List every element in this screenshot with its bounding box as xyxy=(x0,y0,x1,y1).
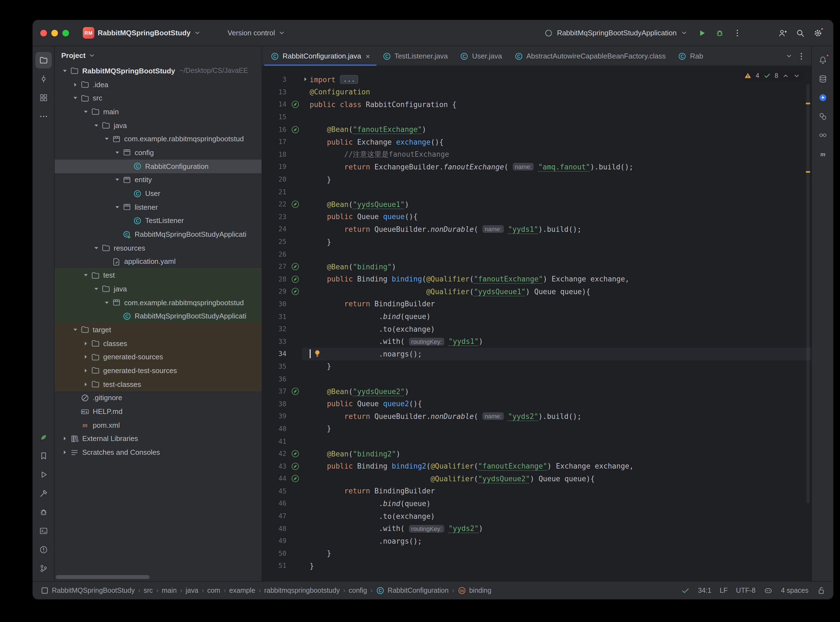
code-line-17[interactable]: 17 public Exchange exchange(){ xyxy=(262,136,811,148)
tab-user-java[interactable]: CUser.java xyxy=(454,46,508,66)
code-line-43[interactable]: 43 public Binding binding2(@Qualifier("f… xyxy=(262,460,811,473)
tree-item-gitignore[interactable]: .gitignore xyxy=(55,391,262,404)
add-user-button[interactable] xyxy=(775,25,790,41)
vcs-widget[interactable]: Version control xyxy=(224,27,290,39)
breadcrumb-config[interactable]: config xyxy=(349,587,367,595)
code-line-28[interactable]: 28 public Binding binding(@Qualifier("fa… xyxy=(262,273,811,285)
tool-ai-assistant[interactable] xyxy=(814,89,831,106)
tree-open-chevron-icon[interactable] xyxy=(91,244,101,252)
tree-closed-chevron-icon[interactable] xyxy=(81,354,90,361)
fold-region-icon[interactable] xyxy=(302,76,309,84)
project-widget[interactable]: RM RabbitMQSpringBootStudy xyxy=(79,25,205,40)
tree-item-src[interactable]: src xyxy=(55,91,262,105)
tree-item-pom-xml[interactable]: mpom.xml xyxy=(55,418,262,432)
close-window-button[interactable] xyxy=(40,29,47,36)
code-line-19[interactable]: 19 return ExchangeBuilder.fanoutExchange… xyxy=(262,161,811,173)
tool-bookmarks[interactable] xyxy=(35,448,52,464)
autowired-gutter-icon[interactable] xyxy=(291,462,300,471)
zoom-window-button[interactable] xyxy=(63,29,69,36)
breadcrumb-main[interactable]: main xyxy=(162,587,177,595)
tree-item-rabbitmqspringbootstudy[interactable]: RabbitMQSpringBootStudy~/Desktop/CS/Java… xyxy=(55,64,262,78)
project-panel-scrollbar[interactable] xyxy=(56,575,149,579)
spring-bean-gutter-icon[interactable] xyxy=(291,200,300,209)
tree-open-chevron-icon[interactable] xyxy=(71,95,80,102)
breadcrumb-rabbitmqspringbootstudy[interactable]: rabbitmqspringbootstudy xyxy=(264,587,340,595)
tool-debug-tool[interactable] xyxy=(35,504,52,520)
tree-item-resources[interactable]: resources xyxy=(55,241,262,255)
tool-structure[interactable] xyxy=(35,89,52,106)
tree-closed-chevron-icon[interactable] xyxy=(81,381,90,388)
tree-open-chevron-icon[interactable] xyxy=(81,108,90,115)
tree-open-chevron-icon[interactable] xyxy=(102,136,111,143)
tree-item-main[interactable]: main xyxy=(55,105,262,118)
code-line-31[interactable]: 31 .bind(queue) xyxy=(262,311,811,323)
code-line-20[interactable]: 20 } xyxy=(262,173,811,186)
warning-stripe-mark[interactable] xyxy=(806,103,810,104)
tree-open-chevron-icon[interactable] xyxy=(91,285,101,293)
code-line-36[interactable]: 36 xyxy=(262,373,811,385)
tab-list-dropdown-icon[interactable] xyxy=(785,52,793,59)
tool-project[interactable] xyxy=(35,52,52,69)
tab-testlistener-java[interactable]: CTestListener.java xyxy=(376,46,454,66)
code-line-50[interactable]: 50 } xyxy=(262,547,811,559)
close-tab-icon[interactable]: × xyxy=(366,52,370,60)
status-indent-style[interactable]: 4 spaces xyxy=(781,587,808,595)
code-line-35[interactable]: 35 } xyxy=(262,360,811,372)
tree-item-rabbitconfiguration[interactable]: CRabbitConfiguration xyxy=(55,160,262,173)
code-line-25[interactable]: 25 } xyxy=(262,235,811,248)
tree-item-scratches-and-consoles[interactable]: Scratches and Consoles xyxy=(55,446,262,459)
minimize-window-button[interactable] xyxy=(51,29,58,36)
tree-item-listener[interactable]: listener xyxy=(55,200,262,214)
project-panel-header[interactable]: Project xyxy=(55,46,262,64)
tree-item-rabbitmqspringbootstudyapplicati[interactable]: CRabbitMqSpringBootStudyApplicati xyxy=(55,309,262,323)
tree-item-test[interactable]: test xyxy=(55,268,262,282)
tree-closed-chevron-icon[interactable] xyxy=(60,435,70,442)
tool-build[interactable] xyxy=(35,485,52,502)
tree-item-entity[interactable]: entity xyxy=(55,173,262,186)
tree-open-chevron-icon[interactable] xyxy=(113,203,122,210)
code-line-37[interactable]: 37 @Bean("yydsQueue2") xyxy=(262,385,811,398)
tree-item-external-libraries[interactable]: External Libraries xyxy=(55,432,262,445)
tree-open-chevron-icon[interactable] xyxy=(113,176,122,183)
code-line-44[interactable]: 44 @Qualifier("yydsQueue2") Queue queue)… xyxy=(262,473,811,485)
autowired-gutter-icon[interactable] xyxy=(291,275,300,284)
more-run-options-button[interactable] xyxy=(730,25,745,41)
code-line-42[interactable]: 42 @Bean("binding2") xyxy=(262,448,811,460)
status-line-separator[interactable]: LF xyxy=(720,587,728,595)
code-line-22[interactable]: 22 @Bean("yydsQueue1") xyxy=(262,198,811,210)
tool-database[interactable] xyxy=(814,71,831,87)
tree-item-target[interactable]: target xyxy=(55,323,262,336)
tree-closed-chevron-icon[interactable] xyxy=(71,81,80,88)
tree-closed-chevron-icon[interactable] xyxy=(81,367,90,374)
tab-options-icon[interactable] xyxy=(797,52,806,61)
spring-bean-gutter-icon[interactable] xyxy=(291,100,300,109)
inspections-widget[interactable]: 4 8 xyxy=(742,71,802,81)
intention-bulb-icon[interactable] xyxy=(314,349,321,359)
code-line-3[interactable]: 3import ... xyxy=(262,73,811,86)
run-button[interactable] xyxy=(694,25,710,41)
tool-version-control-tool[interactable] xyxy=(35,560,52,577)
tree-item-generated-test-sources[interactable]: generated-test-sources xyxy=(55,364,262,377)
settings-button[interactable] xyxy=(810,25,826,41)
code-line-15[interactable]: 15 xyxy=(262,111,811,123)
code-line-30[interactable]: 30 return BindingBuilder xyxy=(262,298,811,310)
breadcrumb-rabbitmqspringbootstudy[interactable]: RabbitMQSpringBootStudy xyxy=(40,586,135,595)
code-line-39[interactable]: 39 return QueueBuilder.nonDurable( name:… xyxy=(262,410,811,422)
tree-item-com-example-rabbitmqspringbootstud[interactable]: com.example.rabbitmqspringbootstud xyxy=(55,132,262,146)
tree-open-chevron-icon[interactable] xyxy=(81,271,90,279)
code-line-27[interactable]: 27 @Bean("binding") xyxy=(262,261,811,273)
status-file-writable[interactable] xyxy=(817,586,826,595)
spring-bean-gutter-icon[interactable] xyxy=(291,387,300,396)
tool-commit[interactable] xyxy=(35,71,52,87)
status-caret-position[interactable]: 34:1 xyxy=(698,587,711,595)
tool-terminal[interactable] xyxy=(35,523,52,539)
tab-abstractautowirecapablebeanfactory-class[interactable]: CAbstractAutowireCapableBeanFactory.clas… xyxy=(508,46,672,66)
tree-item-rabbitmqspringbootstudyapplicati[interactable]: CRabbitMqSpringBootStudyApplicati xyxy=(55,228,262,241)
tree-item-java[interactable]: java xyxy=(55,282,262,296)
code-line-38[interactable]: 38 public Queue queue2(){ xyxy=(262,398,811,410)
tool-more-tool-windows[interactable] xyxy=(35,108,52,125)
editor[interactable]: 3import ...13@Configuration14public clas… xyxy=(262,66,811,581)
run-configuration-selector[interactable]: RabbitMqSpringBootStudyApplication xyxy=(544,28,688,37)
code-line-16[interactable]: 16 @Bean("fanoutExchange") xyxy=(262,123,811,136)
tool-endpoints[interactable] xyxy=(814,127,831,143)
